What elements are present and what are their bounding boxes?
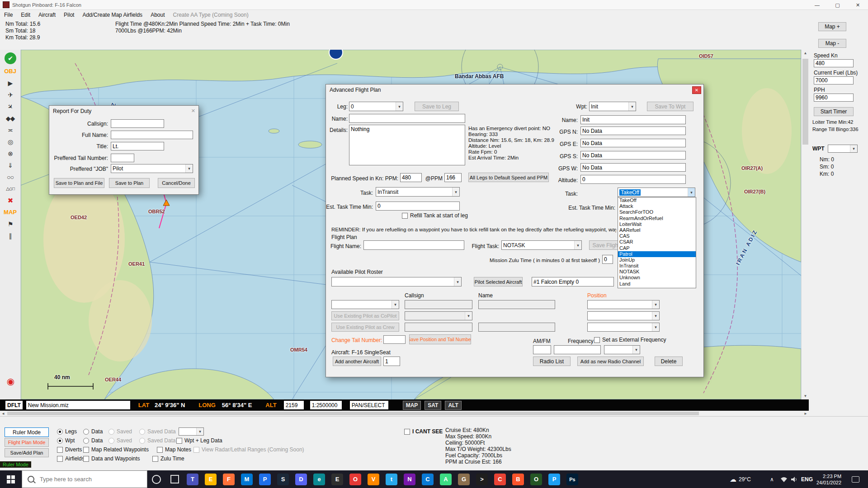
crew-position-select[interactable]	[587, 323, 660, 332]
data-and-waypoints-checkbox[interactable]: Data and Waypoints	[83, 455, 140, 462]
waypoint-oid57[interactable]: OID57	[699, 53, 713, 59]
add-aircraft-button[interactable]: Add another Aircraft	[333, 357, 381, 366]
zulu-time-checkbox[interactable]: Zulu Time	[152, 455, 184, 462]
scroll-right-icon[interactable]: ►	[802, 411, 809, 416]
clock-tray-item[interactable]: 2:23 PM 24/01/2022	[816, 470, 841, 488]
frequency-field[interactable]	[554, 345, 601, 354]
epic-icon[interactable]: E	[328, 470, 346, 488]
radio-channel-select[interactable]	[604, 345, 640, 354]
checkbox-icon[interactable]	[152, 456, 158, 462]
pilot-callsign-field[interactable]	[405, 300, 472, 309]
task-option[interactable]: NOTASK	[618, 269, 696, 275]
brave-icon[interactable]: B	[509, 470, 527, 488]
task-option[interactable]: TakeOff	[618, 197, 696, 203]
checkbox-icon[interactable]	[57, 447, 63, 453]
search-input[interactable]	[39, 475, 140, 483]
wpt-select[interactable]	[828, 145, 858, 153]
checkbox-icon[interactable]	[402, 213, 408, 219]
copilot-position-select[interactable]	[587, 311, 660, 320]
taskbar-search[interactable]	[22, 470, 147, 488]
sat-layer-button[interactable]: SAT	[425, 401, 441, 410]
save-plan-file-button[interactable]: Save to Plan and File	[54, 178, 104, 188]
terminal-icon[interactable]: >	[473, 470, 491, 488]
map-zoom-out-button[interactable]: Map -	[818, 39, 846, 48]
radio-icon[interactable]	[83, 438, 89, 444]
pilot-position-select[interactable]	[587, 300, 660, 309]
checkbox-icon[interactable]	[83, 456, 89, 462]
fuel-field[interactable]: 7000	[814, 76, 854, 84]
target-tool-icon[interactable]: ⊗	[3, 149, 18, 158]
volume-icon[interactable]	[791, 470, 798, 488]
menu-edit[interactable]: Edit	[17, 12, 34, 18]
map-zoom-in-button[interactable]: Map +	[818, 22, 846, 31]
chrome-icon[interactable]: C	[491, 470, 509, 488]
map-notes-checkbox[interactable]: Map Notes	[157, 446, 191, 453]
map-vertical-scrollbar[interactable]: ▲ ▼	[801, 50, 809, 399]
flight-plan-mode-button[interactable]: Flight Plan Mode	[5, 438, 49, 447]
rings-tool-icon[interactable]: ◎	[3, 137, 18, 146]
task-option[interactable]: AARefuel	[618, 227, 696, 233]
copilot-callsign-select[interactable]	[405, 311, 472, 320]
menu-aircraft[interactable]: Aircraft	[34, 12, 60, 18]
save-to-wpt-button[interactable]: Save To Wpt	[647, 102, 693, 111]
airfields-checkbox[interactable]: Airfields	[57, 455, 85, 462]
close-icon[interactable]: ✕	[692, 86, 701, 94]
gps-w-field[interactable]: No Data	[580, 163, 686, 172]
i-cant-see-checkbox[interactable]: I CANT SEE	[404, 428, 443, 435]
language-indicator[interactable]: ENG	[801, 470, 813, 488]
task-option[interactable]: RearmAndOrRefuel	[618, 216, 696, 221]
confirm-icon[interactable]: ✔	[5, 52, 16, 64]
pilot-roster-select[interactable]	[331, 277, 462, 286]
crew-name-field[interactable]	[478, 323, 555, 332]
vlc-icon[interactable]: V	[364, 470, 382, 488]
start-button[interactable]	[0, 470, 22, 488]
checkbox-icon[interactable]	[176, 438, 182, 444]
map-scale-field[interactable]: 1:2500000	[310, 401, 342, 409]
tail-number-field[interactable]	[383, 335, 406, 344]
menu-about[interactable]: About	[146, 12, 169, 18]
legs-data-radio[interactable]: Data	[83, 428, 103, 435]
map-horizontal-scrollbar[interactable]: ◄ ►	[0, 411, 809, 416]
checkbox-icon[interactable]	[404, 429, 410, 435]
leg-name-field[interactable]	[349, 114, 465, 123]
details-textarea[interactable]: Nothing	[349, 125, 465, 165]
save-add-plan-button[interactable]: Save/Add Plan	[5, 448, 49, 457]
checkbox-icon[interactable]	[157, 447, 163, 453]
delete-tool-icon[interactable]: ✖	[3, 196, 18, 205]
vertical-scroll-thumb[interactable]	[802, 59, 808, 145]
waypoint-oer44[interactable]: OER44	[105, 377, 121, 382]
network-icon[interactable]	[780, 470, 788, 488]
mail-icon[interactable]: M	[238, 470, 256, 488]
discord-icon[interactable]: D	[292, 470, 310, 488]
start-timer-button[interactable]: Start Timer	[814, 107, 854, 116]
edge-icon[interactable]: e	[310, 470, 328, 488]
tray-expand-button[interactable]: ∧	[770, 470, 774, 488]
radio-list-button[interactable]: Radio List	[533, 357, 571, 366]
drop-tool-icon[interactable]: ⇓	[3, 160, 18, 170]
opera-icon[interactable]: O	[346, 470, 364, 488]
cancel-done-button[interactable]: Cancel/Done	[158, 178, 195, 188]
refill-tank-checkbox[interactable]: Refill Tank at start of leg	[402, 212, 468, 219]
ruler-mode-button[interactable]: Ruler Mode	[5, 427, 49, 437]
wpt-leg-data-checkbox[interactable]: Wpt + Leg Data	[176, 437, 222, 444]
aircraft-top-tool-icon[interactable]: ✈	[2, 98, 19, 115]
scroll-down-icon[interactable]: ▼	[802, 393, 809, 399]
all-legs-default-button[interactable]: All Legs to Default Speed and PPM	[468, 173, 549, 182]
pilot-selected-aircraft-button[interactable]: >Pilot Selected Aircraft>	[474, 277, 523, 286]
flight-name-field[interactable]	[363, 240, 464, 250]
task-option[interactable]: LoiterWait	[618, 221, 696, 227]
radio-icon[interactable]	[57, 438, 63, 444]
est-task-field[interactable]: 0	[376, 202, 460, 211]
external-frequency-checkbox[interactable]: Set as External Frequency	[594, 337, 666, 343]
tail-number-field[interactable]	[111, 154, 134, 162]
legs-extra-select[interactable]	[179, 427, 204, 436]
teams-icon[interactable]: T	[184, 470, 202, 488]
map-layer-button[interactable]: MAP	[403, 401, 421, 410]
aircraft-slot-field[interactable]: #1 Falcon Empty 0	[532, 277, 614, 286]
title-field[interactable]: Lt.	[111, 142, 164, 150]
amfm-field[interactable]	[533, 345, 551, 354]
explorer-icon[interactable]: E	[202, 470, 220, 488]
pilot-select[interactable]	[331, 300, 399, 309]
save-plan-button[interactable]: Save to Plan	[109, 178, 150, 188]
scroll-up-icon[interactable]: ▲	[802, 50, 809, 56]
